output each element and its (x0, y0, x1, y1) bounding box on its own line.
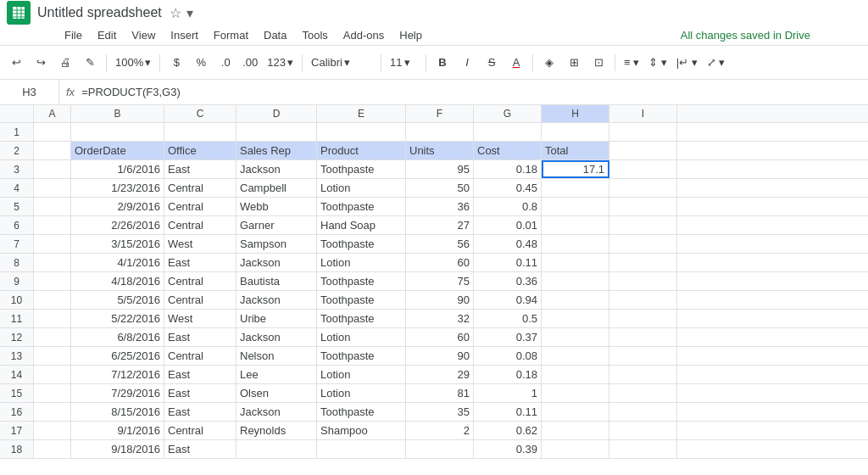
cell[interactable]: 0.39 (474, 440, 542, 458)
cell[interactable]: Cost (474, 142, 542, 159)
cell[interactable] (609, 328, 677, 346)
cell[interactable] (542, 272, 609, 290)
cell[interactable]: 2/9/2016 (71, 198, 164, 215)
cell[interactable]: Hand Soap (317, 216, 406, 234)
cell[interactable] (34, 142, 71, 159)
cell[interactable]: East (164, 403, 236, 421)
cell[interactable]: 95 (406, 160, 474, 178)
col-header-H[interactable]: H (542, 105, 609, 122)
cell[interactable] (609, 123, 677, 141)
col-header-D[interactable]: D (236, 105, 317, 122)
cell[interactable] (34, 310, 71, 327)
cell[interactable]: Campbell (236, 179, 317, 197)
cell[interactable] (34, 440, 71, 458)
cell[interactable] (34, 403, 71, 421)
cell[interactable]: 9/18/2016 (71, 440, 164, 458)
cell[interactable]: Toothpaste (317, 403, 406, 421)
cell[interactable] (609, 254, 677, 271)
cell[interactable]: Total (542, 142, 609, 159)
cell[interactable] (236, 123, 317, 141)
menu-item-insert[interactable]: Insert (164, 27, 205, 43)
paint-format-button[interactable]: ✎ (79, 52, 101, 74)
cell[interactable] (34, 198, 71, 215)
menu-item-edit[interactable]: Edit (91, 27, 123, 43)
cell[interactable] (609, 235, 677, 253)
cell[interactable]: Jackson (236, 403, 317, 421)
cell[interactable]: Sales Rep (236, 142, 317, 159)
cell[interactable] (236, 440, 317, 458)
cell[interactable]: 1 (474, 384, 542, 402)
menu-item-add-ons[interactable]: Add-ons (337, 27, 391, 43)
cell[interactable]: 0.62 (474, 422, 542, 439)
cell[interactable]: 35 (406, 403, 474, 421)
formula-input[interactable]: =PRODUCT(F3,G3) (81, 86, 868, 98)
undo-button[interactable]: ↩ (5, 52, 27, 74)
cell[interactable] (34, 291, 71, 309)
cell[interactable] (34, 366, 71, 383)
fill-color-button[interactable]: ◈ (538, 52, 560, 74)
cell[interactable]: 1/23/2016 (71, 179, 164, 197)
cell[interactable] (34, 160, 71, 178)
cell[interactable] (542, 235, 609, 253)
cell[interactable]: 7/12/2016 (71, 366, 164, 383)
align-v-button[interactable]: ⇕ ▾ (645, 52, 670, 74)
star-icon[interactable]: ☆ (170, 5, 181, 21)
cell[interactable]: 0.01 (474, 216, 542, 234)
cell[interactable] (609, 366, 677, 383)
cell[interactable]: 0.37 (474, 328, 542, 346)
cell[interactable]: Reynolds (236, 422, 317, 439)
cell[interactable]: Toothpaste (317, 310, 406, 327)
cell[interactable]: Jackson (236, 254, 317, 271)
cell[interactable] (34, 179, 71, 197)
cell[interactable]: Lotion (317, 366, 406, 383)
cell[interactable]: 0.11 (474, 403, 542, 421)
cell[interactable]: Units (406, 142, 474, 159)
cell[interactable]: Office (164, 142, 236, 159)
dec1-button[interactable]: .0 (214, 52, 236, 74)
cell[interactable]: 0.5 (474, 310, 542, 327)
cell[interactable] (542, 384, 609, 402)
cell[interactable]: East (164, 366, 236, 383)
cell[interactable]: Lotion (317, 328, 406, 346)
dollar-button[interactable]: $ (165, 52, 187, 74)
menu-item-view[interactable]: View (125, 27, 162, 43)
cell[interactable]: 6/8/2016 (71, 328, 164, 346)
cell[interactable] (34, 123, 71, 141)
cell[interactable]: 9/1/2016 (71, 422, 164, 439)
cell[interactable]: 3/15/2016 (71, 235, 164, 253)
cell[interactable] (317, 440, 406, 458)
cell[interactable]: 4/1/2016 (71, 254, 164, 271)
cell[interactable]: 56 (406, 235, 474, 253)
redo-button[interactable]: ↪ (30, 52, 52, 74)
cell[interactable]: Olsen (236, 384, 317, 402)
cell[interactable] (34, 254, 71, 271)
cell[interactable]: 4/18/2016 (71, 272, 164, 290)
cell[interactable] (406, 440, 474, 458)
cell[interactable]: Lee (236, 366, 317, 383)
cell[interactable]: 36 (406, 198, 474, 215)
cell[interactable] (609, 347, 677, 365)
cell[interactable] (406, 123, 474, 141)
cell[interactable]: 0.94 (474, 291, 542, 309)
menu-item-data[interactable]: Data (257, 27, 293, 43)
cell-reference[interactable]: H3 (0, 80, 59, 104)
cell[interactable]: East (164, 384, 236, 402)
cell[interactable]: 50 (406, 179, 474, 197)
cell[interactable] (609, 179, 677, 197)
percent-button[interactable]: % (190, 52, 212, 74)
cell[interactable]: Lotion (317, 254, 406, 271)
cell[interactable] (34, 422, 71, 439)
menu-item-format[interactable]: Format (207, 27, 255, 43)
align-h-button[interactable]: ≡ ▾ (620, 52, 643, 74)
print-button[interactable]: 🖨 (54, 52, 76, 74)
cell[interactable]: Sampson (236, 235, 317, 253)
cell[interactable] (542, 123, 609, 141)
text-color-button[interactable]: A (505, 52, 527, 74)
cell[interactable] (34, 216, 71, 234)
cell[interactable]: 81 (406, 384, 474, 402)
cell[interactable] (542, 254, 609, 271)
cell[interactable]: Product (317, 142, 406, 159)
col-header-F[interactable]: F (406, 105, 474, 122)
cell[interactable]: East (164, 160, 236, 178)
cell[interactable]: Central (164, 291, 236, 309)
